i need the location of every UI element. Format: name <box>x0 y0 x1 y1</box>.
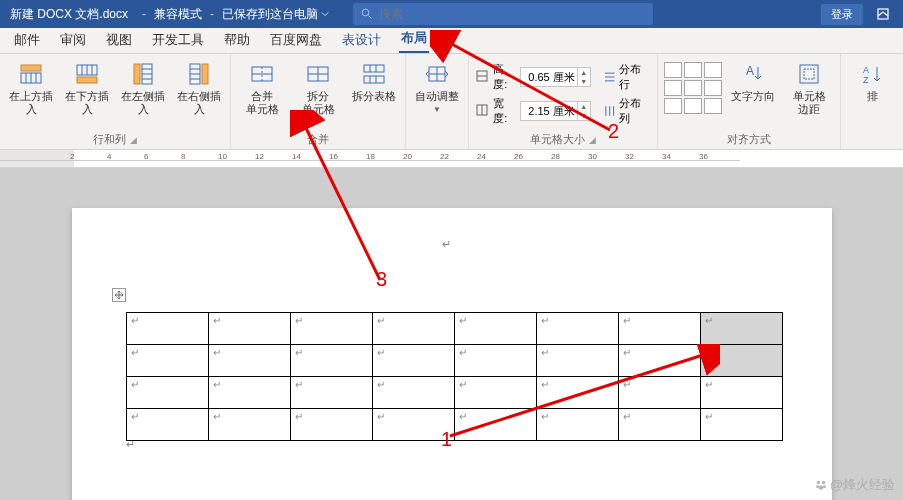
svg-rect-12 <box>364 65 384 72</box>
merge-cells-button[interactable]: 合并 单元格 <box>237 58 287 116</box>
table-move-handle[interactable] <box>112 288 126 302</box>
table-cell[interactable]: ↵ <box>700 345 782 377</box>
table-cell[interactable]: ↵ <box>126 313 208 345</box>
align-mid-center[interactable] <box>684 80 702 96</box>
table-cell[interactable]: ↵ <box>372 409 454 441</box>
search-box[interactable] <box>353 3 653 25</box>
table-cell[interactable]: ↵ <box>126 345 208 377</box>
table-cell[interactable]: ↵ <box>208 377 290 409</box>
text-direction-icon: A <box>739 60 767 88</box>
height-label: 高度: <box>493 62 515 92</box>
dialog-launcher-icon[interactable]: ◢ <box>589 135 596 145</box>
tab-table-design[interactable]: 表设计 <box>340 27 383 53</box>
table-cell[interactable]: ↵ <box>290 409 372 441</box>
table-cell[interactable]: ↵ <box>618 313 700 345</box>
chevron-down-icon: ▼ <box>433 105 441 114</box>
dialog-launcher-icon[interactable]: ◢ <box>130 135 137 145</box>
spinner-up-icon[interactable]: ▲ <box>578 102 590 111</box>
split-cells-button[interactable]: 拆分 单元格 <box>293 58 343 116</box>
width-spinner[interactable]: ▲▼ <box>520 101 591 121</box>
height-spinner[interactable]: ▲▼ <box>520 67 591 87</box>
tab-view[interactable]: 视图 <box>104 27 134 53</box>
table-cell[interactable]: ↵ <box>454 313 536 345</box>
ribbon-tabs: 邮件 审阅 视图 开发工具 帮助 百度网盘 表设计 布局 <box>0 28 903 54</box>
align-top-center[interactable] <box>684 62 702 78</box>
table-cell[interactable]: ↵ <box>454 409 536 441</box>
horizontal-ruler[interactable]: 224681012141618202224262830323436 <box>0 150 903 168</box>
align-mid-left[interactable] <box>664 80 682 96</box>
table-cell[interactable]: ↵ <box>700 313 782 345</box>
width-input[interactable] <box>521 105 577 117</box>
tab-review[interactable]: 审阅 <box>58 27 88 53</box>
table-cell[interactable]: ↵ <box>536 313 618 345</box>
table-cell[interactable]: ↵ <box>618 409 700 441</box>
insert-above-button[interactable]: 在上方插入 <box>6 58 56 116</box>
table-cell[interactable]: ↵ <box>372 313 454 345</box>
sort-button[interactable]: AZ 排 <box>847 58 897 103</box>
cell-margins-icon <box>795 60 823 88</box>
table-cell[interactable]: ↵ <box>126 377 208 409</box>
document-area[interactable]: ↵ ↵↵↵↵↵↵↵↵↵↵↵↵↵↵↵↵↵↵↵↵↵↵↵↵↵↵↵↵↵↵↵↵ ↵ <box>0 168 903 500</box>
group-alignment: A 文字方向 单元格 边距 对齐方式 <box>658 54 841 149</box>
distribute-cols-button[interactable]: 分布列 <box>603 96 651 126</box>
table-cell[interactable]: ↵ <box>618 377 700 409</box>
col-width-icon <box>475 103 489 119</box>
svg-point-25 <box>816 481 820 485</box>
watermark: @烽火经验 <box>814 476 895 494</box>
table-cell[interactable]: ↵ <box>536 409 618 441</box>
table-cell[interactable]: ↵ <box>290 313 372 345</box>
table-cell[interactable]: ↵ <box>208 345 290 377</box>
svg-text:Z: Z <box>863 75 869 85</box>
tab-dev[interactable]: 开发工具 <box>150 27 206 53</box>
insert-below-button[interactable]: 在下方插入 <box>62 58 112 116</box>
table-cell[interactable]: ↵ <box>454 377 536 409</box>
spinner-down-icon[interactable]: ▼ <box>578 77 590 86</box>
svg-point-26 <box>822 481 826 485</box>
table-cell[interactable]: ↵ <box>372 345 454 377</box>
tab-layout[interactable]: 布局 <box>399 25 429 53</box>
tab-mail[interactable]: 邮件 <box>12 27 42 53</box>
save-status[interactable]: 已保存到这台电脑 <box>218 6 333 23</box>
row-height-icon <box>475 69 489 85</box>
table-cell[interactable]: ↵ <box>126 409 208 441</box>
table-cell[interactable]: ↵ <box>372 377 454 409</box>
align-bot-right[interactable] <box>704 98 722 114</box>
insert-right-icon <box>185 60 213 88</box>
autofit-button[interactable]: 自动调整 ▼ <box>412 58 462 114</box>
table-cell[interactable]: ↵ <box>208 409 290 441</box>
svg-rect-1 <box>878 9 888 19</box>
separator: - <box>206 7 218 21</box>
tab-help[interactable]: 帮助 <box>222 27 252 53</box>
spinner-up-icon[interactable]: ▲ <box>578 68 590 77</box>
align-bot-center[interactable] <box>684 98 702 114</box>
table-cell[interactable]: ↵ <box>208 313 290 345</box>
table-cell[interactable]: ↵ <box>536 377 618 409</box>
align-bot-left[interactable] <box>664 98 682 114</box>
table-cell[interactable]: ↵ <box>454 345 536 377</box>
align-top-right[interactable] <box>704 62 722 78</box>
document-table[interactable]: ↵↵↵↵↵↵↵↵↵↵↵↵↵↵↵↵↵↵↵↵↵↵↵↵↵↵↵↵↵↵↵↵ <box>126 312 783 441</box>
insert-right-button[interactable]: 在右侧插入 <box>174 58 224 116</box>
spinner-down-icon[interactable]: ▼ <box>578 111 590 120</box>
table-cell[interactable]: ↵ <box>700 377 782 409</box>
table-cell[interactable]: ↵ <box>536 345 618 377</box>
table-cell[interactable]: ↵ <box>290 377 372 409</box>
chevron-down-icon <box>321 10 329 18</box>
svg-rect-3 <box>21 65 41 71</box>
insert-left-button[interactable]: 在左侧插入 <box>118 58 168 116</box>
text-direction-button[interactable]: A 文字方向 <box>728 58 778 103</box>
height-input[interactable] <box>521 71 577 83</box>
tab-baidu[interactable]: 百度网盘 <box>268 27 324 53</box>
distribute-rows-button[interactable]: 分布行 <box>603 62 651 92</box>
align-mid-right[interactable] <box>704 80 722 96</box>
login-button[interactable]: 登录 <box>821 4 863 25</box>
align-top-left[interactable] <box>664 62 682 78</box>
table-cell[interactable]: ↵ <box>618 345 700 377</box>
table-cell[interactable]: ↵ <box>700 409 782 441</box>
search-input[interactable] <box>379 7 645 21</box>
table-cell[interactable]: ↵ <box>290 345 372 377</box>
split-table-button[interactable]: 拆分表格 <box>349 58 399 103</box>
cell-margins-button[interactable]: 单元格 边距 <box>784 58 834 116</box>
ribbon-options-icon[interactable] <box>871 2 895 26</box>
group-cell-size: 高度: ▲▼ 宽度: ▲▼ 分布行 分布列 <box>469 54 658 149</box>
